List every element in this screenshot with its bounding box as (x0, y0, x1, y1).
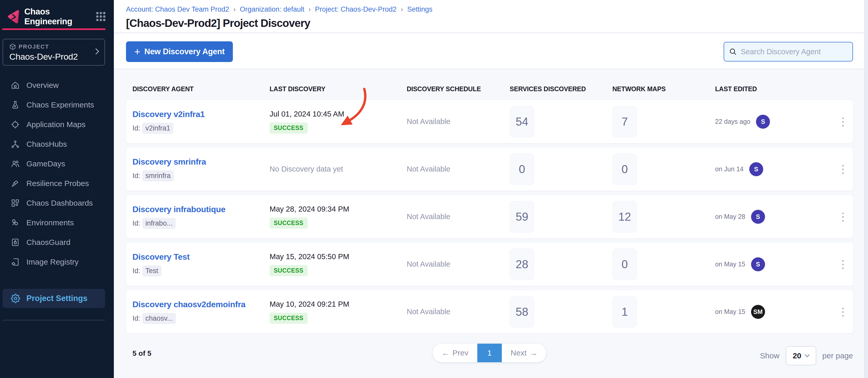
discovery-agent-link[interactable]: Discovery v2infra1 (132, 109, 263, 119)
last-edited-cell: on May 15 SM (709, 305, 833, 319)
project-name: Chaos-Dev-Prod2 (9, 52, 99, 62)
avatar: S (751, 210, 765, 224)
discovery-agent-link[interactable]: Discovery chaosv2demoinfra (132, 300, 263, 309)
flask-icon (11, 101, 20, 109)
services-cell: 54 (503, 106, 606, 137)
sidebar-item-label: Application Maps (26, 120, 85, 129)
network-maps-count: 1 (612, 296, 637, 328)
row-menu-kebab-icon[interactable]: ⋮ (833, 306, 853, 317)
last-discovery-cell: May 10, 2024 09:21 PM SUCCESS (263, 300, 400, 324)
sidebar: Chaos Engineering PROJECT Chaos-Dev-Prod… (0, 0, 114, 378)
id-label: Id: (132, 267, 140, 275)
maps-cell: 7 (606, 106, 709, 137)
schedule-cell: Not Available (400, 307, 503, 316)
network-maps-count: 0 (612, 248, 637, 280)
column-header-last-edited: LAST EDITED (709, 85, 833, 93)
services-count: 58 (510, 296, 534, 328)
last-discovery-date: May 15, 2024 05:50 PM (270, 252, 400, 261)
maps-cell: 0 (606, 248, 709, 280)
sidebar-item-gamedays[interactable]: GameDays (0, 154, 114, 174)
row-menu-kebab-icon[interactable]: ⋮ (833, 211, 853, 222)
table-row: Discovery Test Id: Test May 15, 2024 05:… (126, 243, 853, 286)
show-label: Show (760, 351, 779, 360)
id-value: Test (142, 265, 161, 276)
last-discovery-cell: May 15, 2024 05:50 PM SUCCESS (263, 252, 400, 276)
gear-icon (11, 294, 20, 303)
search-input[interactable] (741, 47, 848, 56)
row-menu-kebab-icon[interactable]: ⋮ (833, 164, 853, 175)
breadcrumb-separator: › (234, 5, 236, 13)
page-number-button[interactable]: 1 (477, 344, 502, 362)
last-edited-text: 22 days ago (715, 118, 750, 125)
last-edited-cell: on May 28 S (709, 210, 833, 224)
discovery-agent-link[interactable]: Discovery smrinfra (132, 157, 263, 167)
sidebar-item-project-settings[interactable]: Project Settings (3, 289, 105, 308)
breadcrumb-settings[interactable]: Settings (407, 5, 433, 13)
chevron-down-icon (805, 352, 810, 357)
brand-divider (2, 28, 105, 30)
next-page-button[interactable]: Next → (502, 344, 547, 362)
table-row: Discovery smrinfra Id: smrinfra No Disco… (126, 147, 853, 191)
row-menu-kebab-icon[interactable]: ⋮ (833, 259, 853, 270)
project-selector[interactable]: PROJECT Chaos-Dev-Prod2 (3, 39, 105, 66)
page-size-select[interactable]: 20 (786, 346, 816, 365)
sidebar-item-environments[interactable]: Environments (0, 213, 114, 233)
sidebar-item-image-registry[interactable]: Image Registry (0, 252, 114, 272)
prev-label: Prev (453, 348, 469, 357)
sidebar-divider (3, 320, 105, 320)
sidebar-item-label: Image Registry (26, 257, 79, 266)
agent-id: Id: v2infra1 (132, 123, 263, 134)
status-badge: SUCCESS (270, 265, 308, 276)
network-maps-count: 7 (612, 106, 637, 137)
page-title: [Chaos-Dev-Prod2] Project Discovery (126, 17, 868, 30)
sidebar-item-application-maps[interactable]: Application Maps (0, 115, 114, 134)
avatar: S (756, 115, 770, 129)
left-arrow-icon: ← (442, 348, 450, 357)
agent-id: Id: infrabo... (132, 218, 263, 229)
breadcrumb-organization[interactable]: Organization: default (240, 5, 304, 13)
sidebar-item-chaos-experiments[interactable]: Chaos Experiments (0, 95, 114, 115)
app-grid-icon[interactable] (94, 9, 107, 24)
sidebar-item-chaosguard[interactable]: ChaosGuard (0, 233, 114, 252)
sidebar-nav: Overview Chaos Experiments Application M… (0, 75, 114, 272)
prev-page-button[interactable]: ← Prev (433, 344, 477, 362)
id-value: infrabo... (142, 218, 176, 229)
sidebar-item-overview[interactable]: Overview (0, 75, 114, 95)
sidebar-item-label: Chaos Experiments (26, 101, 94, 109)
schedule-cell: Not Available (400, 117, 503, 126)
schedule-cell: Not Available (400, 165, 503, 173)
table-header-row: DISCOVERY AGENT LAST DISCOVERY DISCOVERY… (126, 69, 853, 100)
row-count: 5 of 5 (132, 349, 151, 357)
dashboard-icon (11, 199, 20, 207)
last-edited-cell: 22 days ago S (709, 115, 833, 129)
sidebar-item-resilience-probes[interactable]: Resilience Probes (0, 174, 114, 193)
pagination: ← Prev 1 Next → (433, 344, 546, 362)
discovery-agent-link[interactable]: Discovery infraboutique (132, 205, 263, 214)
registry-icon (11, 257, 20, 266)
vertical-scrollbar[interactable] (864, 0, 868, 378)
column-header-discovery-agent: DISCOVERY AGENT (126, 85, 263, 93)
services-count: 28 (510, 248, 534, 280)
sidebar-item-chaos-dashboards[interactable]: Chaos Dashboards (0, 193, 114, 213)
toolbar: + New Discovery Agent (114, 34, 868, 69)
agent-cell: Discovery chaosv2demoinfra Id: chaosv... (126, 300, 263, 324)
id-label: Id: (132, 172, 140, 180)
per-page-label: per page (823, 351, 853, 360)
no-discovery-note: No Discovery data yet (270, 165, 400, 173)
sidebar-item-chaoshubs[interactable]: ChaosHubs (0, 134, 114, 154)
new-discovery-agent-button[interactable]: + New Discovery Agent (126, 41, 233, 62)
services-cell: 59 (503, 201, 606, 233)
agent-id: Id: smrinfra (132, 170, 263, 181)
column-header-discovery-schedule: DISCOVERY SCHEDULE (400, 85, 503, 93)
breadcrumb-account[interactable]: Account: Chaos Dev Team Prod2 (126, 5, 229, 13)
row-menu-kebab-icon[interactable]: ⋮ (833, 116, 853, 127)
sidebar-item-label: Project Settings (26, 294, 88, 303)
page-header: Account: Chaos Dev Team Prod2 › Organiza… (114, 0, 868, 33)
column-header-services-discovered: SERVICES DISCOVERED (503, 85, 606, 93)
home-icon (11, 81, 20, 90)
schedule-value: Not Available (407, 307, 451, 316)
breadcrumb-project[interactable]: Project: Chaos-Dev-Prod2 (315, 5, 397, 13)
project-label: PROJECT (19, 43, 49, 50)
plus-icon: + (134, 46, 140, 57)
discovery-agent-link[interactable]: Discovery Test (132, 252, 263, 262)
